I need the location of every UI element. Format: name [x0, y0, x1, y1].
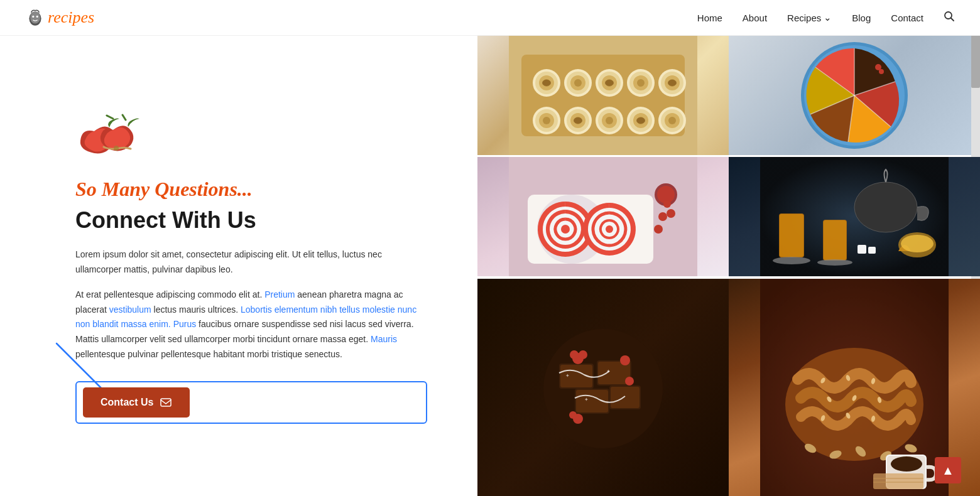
nav-home[interactable]: Home [697, 13, 722, 23]
svg-point-44 [606, 117, 613, 124]
food-image-3 [477, 157, 729, 276]
svg-text:✦: ✦ [584, 397, 589, 402]
body-paragraph-2: At erat pellentesque adipiscing commodo … [75, 288, 427, 362]
contact-btn-icon [160, 396, 172, 409]
nav-blog[interactable]: Blog [852, 13, 871, 23]
nav-contact[interactable]: Contact [891, 13, 923, 23]
svg-rect-94 [858, 245, 866, 254]
section-heading-main: Connect With Us [75, 207, 427, 234]
food-img-svg-5: ✦ ✦ ✦ [540, 326, 666, 451]
svg-line-6 [107, 116, 113, 119]
svg-point-1 [30, 11, 40, 23]
nav-about[interactable]: About [743, 13, 767, 23]
svg-point-56 [574, 117, 582, 124]
svg-point-55 [668, 80, 677, 86]
svg-point-111 [625, 377, 634, 385]
scroll-to-top-button[interactable]: ▲ [935, 457, 961, 483]
food-image-4 [729, 157, 980, 276]
logo-link[interactable]: recipes [25, 8, 94, 28]
svg-rect-91 [824, 220, 846, 260]
svg-line-5 [951, 18, 954, 21]
food-img-svg-2 [798, 39, 911, 152]
svg-rect-10 [161, 399, 171, 406]
svg-point-83 [654, 225, 663, 234]
svg-point-110 [620, 355, 630, 365]
food-image-2 [729, 36, 980, 155]
food-img-svg-1 [477, 36, 729, 155]
food-image-1 [477, 36, 729, 155]
site-header: recipes Home About Recipes ⌄ Blog Contac… [0, 0, 980, 36]
food-image-5: ✦ ✦ ✦ [477, 279, 729, 496]
scroll-top-icon: ▲ [942, 463, 954, 478]
svg-point-113 [569, 411, 577, 419]
nav-recipes[interactable]: Recipes ⌄ [787, 12, 832, 23]
food-img-svg-3 [477, 157, 729, 276]
svg-text:✦: ✦ [565, 373, 570, 379]
svg-point-92 [773, 257, 810, 264]
main-nav: Home About Recipes ⌄ Blog Contact [697, 11, 955, 24]
svg-point-2 [32, 16, 34, 18]
svg-point-78 [606, 225, 613, 233]
search-icon [944, 11, 955, 22]
svg-point-136 [891, 456, 922, 472]
link-purus[interactable]: Purus [173, 319, 197, 329]
svg-rect-106 [611, 387, 640, 408]
chili-svg [75, 112, 176, 163]
contact-btn-label: Contact Us [101, 397, 153, 408]
link-pretium[interactable]: Pretium [264, 289, 295, 299]
svg-point-93 [817, 259, 852, 266]
section-heading-italic: So Many Questions... [75, 178, 427, 201]
search-button[interactable] [944, 11, 955, 24]
contact-btn-highlight-box: Contact Us [75, 381, 427, 424]
svg-point-28 [637, 79, 645, 87]
svg-point-87 [854, 182, 917, 232]
svg-point-8 [114, 146, 119, 151]
svg-point-20 [574, 79, 582, 87]
contact-us-button[interactable]: Contact Us [83, 387, 190, 418]
body-paragraph-1: Lorem ipsum dolor sit amet, consectetur … [75, 247, 427, 278]
svg-rect-89 [780, 214, 803, 257]
svg-point-67 [879, 69, 884, 74]
svg-point-52 [668, 117, 676, 124]
svg-point-97 [901, 235, 934, 252]
link-vestibulum[interactable]: vestibulum [109, 305, 151, 315]
food-img-svg-4 [729, 157, 980, 276]
svg-rect-95 [868, 247, 876, 254]
chevron-down-icon: ⌄ [824, 12, 832, 23]
main-content: So Many Questions... Connect With Us Lor… [0, 36, 980, 496]
chili-illustration [75, 112, 170, 165]
svg-point-57 [636, 117, 645, 124]
svg-point-84 [663, 200, 671, 208]
link-mauris[interactable]: Mauris [371, 334, 397, 344]
svg-point-109 [579, 350, 587, 359]
svg-rect-137 [873, 473, 923, 489]
svg-point-36 [543, 117, 550, 124]
svg-text:✦: ✦ [606, 369, 611, 374]
logo-icon [25, 8, 45, 28]
logo-text: recipes [48, 8, 94, 27]
svg-point-54 [605, 80, 614, 86]
svg-point-81 [658, 212, 667, 221]
svg-point-3 [36, 16, 38, 18]
svg-point-74 [561, 225, 570, 234]
svg-line-7 [122, 115, 126, 120]
left-section: So Many Questions... Connect With Us Lor… [0, 36, 477, 496]
svg-point-108 [570, 350, 579, 359]
right-food-grid: ✦ ✦ ✦ [477, 36, 980, 496]
svg-point-82 [667, 209, 675, 218]
svg-point-53 [542, 80, 551, 86]
